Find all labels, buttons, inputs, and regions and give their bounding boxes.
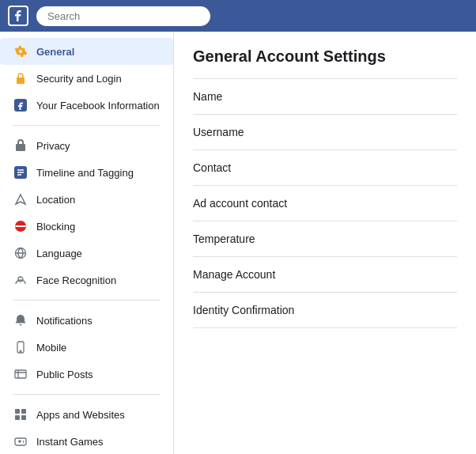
- games-icon: [13, 433, 28, 449]
- content-row-temperature-label: Temperature: [193, 233, 255, 245]
- divider-2: [13, 300, 161, 301]
- sidebar-item-general-label: General: [36, 46, 74, 58]
- bell-icon: [13, 312, 28, 328]
- svg-point-9: [20, 350, 21, 352]
- sidebar-item-language[interactable]: Language: [0, 240, 173, 267]
- sidebar-item-mobile[interactable]: Mobile: [0, 334, 173, 361]
- public-posts-icon: [13, 366, 28, 382]
- content-row-ad-account-contact[interactable]: Ad account contact: [193, 186, 457, 221]
- divider-1: [13, 125, 161, 126]
- sidebar-item-face-recognition-label: Face Recognition: [36, 274, 116, 286]
- content-row-manage-account[interactable]: Manage Account: [193, 257, 457, 293]
- svg-rect-13: [15, 415, 20, 420]
- sidebar-item-security[interactable]: Security and Login: [0, 65, 173, 92]
- sidebar-item-general[interactable]: General: [0, 38, 173, 65]
- face-recognition-icon: [13, 272, 28, 288]
- sidebar-item-location[interactable]: Location: [0, 186, 173, 213]
- main-layout: General Security and Login Your Facebook…: [0, 32, 476, 454]
- fb-info-icon: [13, 97, 28, 113]
- timeline-icon: [13, 165, 28, 180]
- svg-marker-3: [16, 195, 25, 204]
- content-row-ad-account-contact-label: Ad account contact: [193, 197, 287, 210]
- content-row-identity-confirmation-label: Identity Confirmation: [193, 304, 294, 316]
- sidebar-item-language-label: Language: [36, 248, 82, 259]
- mobile-icon: [13, 339, 28, 355]
- page-title: General Account Settings: [193, 47, 457, 66]
- sidebar-item-public-posts-label: Public Posts: [36, 369, 93, 380]
- sidebar-item-security-label: Security and Login: [36, 73, 122, 85]
- sidebar-item-fbinfo-label: Your Facebook Information: [36, 100, 160, 112]
- svg-point-7: [18, 277, 23, 282]
- sidebar-item-facebook-info[interactable]: Your Facebook Information: [0, 92, 173, 119]
- sidebar-item-public-posts[interactable]: Public Posts: [0, 361, 173, 388]
- content-row-contact[interactable]: Contact: [193, 150, 457, 186]
- sidebar-item-privacy[interactable]: Privacy: [0, 132, 173, 159]
- content-row-username[interactable]: Username: [193, 115, 457, 150]
- gear-icon: [13, 44, 28, 59]
- sidebar: General Security and Login Your Facebook…: [0, 32, 174, 454]
- svg-rect-10: [15, 370, 26, 378]
- search-input[interactable]: [36, 6, 210, 26]
- svg-rect-11: [15, 409, 20, 414]
- content-row-name[interactable]: Name: [193, 79, 457, 115]
- sidebar-item-timeline[interactable]: Timeline and Tagging: [0, 159, 173, 186]
- sidebar-item-instant-games[interactable]: Instant Games: [0, 428, 173, 454]
- svg-rect-5: [16, 225, 26, 227]
- sidebar-item-notifications[interactable]: Notifications: [0, 307, 173, 334]
- location-icon: [13, 191, 28, 207]
- blocking-icon: [13, 218, 28, 234]
- content-row-temperature[interactable]: Temperature: [193, 221, 457, 257]
- sidebar-item-privacy-label: Privacy: [36, 140, 70, 152]
- sidebar-item-timeline-label: Timeline and Tagging: [36, 167, 134, 179]
- sidebar-item-apps-label: Apps and Websites: [36, 409, 125, 421]
- sidebar-item-instant-games-label: Instant Games: [36, 436, 104, 448]
- sidebar-item-location-label: Location: [36, 194, 75, 206]
- svg-rect-14: [21, 415, 26, 420]
- sidebar-item-notifications-label: Notifications: [36, 315, 93, 327]
- sidebar-item-mobile-label: Mobile: [36, 342, 66, 354]
- sidebar-item-blocking-label: Blocking: [36, 221, 75, 233]
- divider-3: [13, 394, 161, 395]
- privacy-icon: [13, 138, 28, 153]
- facebook-logo: [8, 6, 28, 26]
- apps-icon: [13, 407, 28, 422]
- content-row-name-label: Name: [193, 90, 222, 103]
- content-row-identity-confirmation[interactable]: Identity Confirmation: [193, 293, 457, 328]
- language-icon: [13, 245, 28, 261]
- content-row-contact-label: Contact: [193, 161, 231, 174]
- lock-icon: [13, 70, 28, 86]
- svg-rect-0: [17, 78, 25, 84]
- sidebar-item-face-recognition[interactable]: Face Recognition: [0, 267, 173, 293]
- content-row-username-label: Username: [193, 126, 244, 138]
- sidebar-item-apps[interactable]: Apps and Websites: [0, 401, 173, 428]
- content-panel: General Account Settings Name Username C…: [174, 32, 476, 454]
- navbar: [0, 0, 476, 32]
- content-row-manage-account-label: Manage Account: [193, 268, 275, 281]
- sidebar-item-blocking[interactable]: Blocking: [0, 213, 173, 240]
- svg-rect-12: [21, 409, 26, 414]
